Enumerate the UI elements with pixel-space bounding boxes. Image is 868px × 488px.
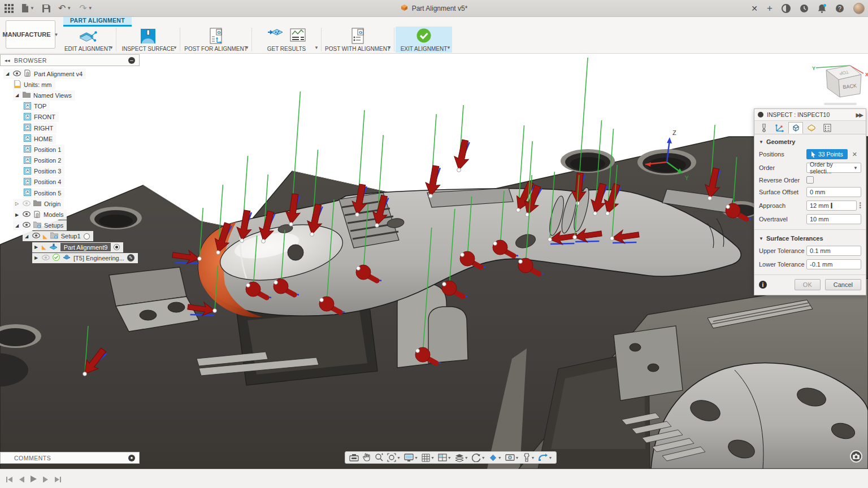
edit-alignment-button[interactable]: EDIT ALIGNMENT▼	[61, 27, 115, 53]
browser-row-top[interactable]: TOP	[0, 101, 140, 112]
browser-header[interactable]: ◂◂ BROWSER –	[0, 54, 140, 66]
probe-tab-icon[interactable]	[757, 122, 771, 134]
panel-minus-icon[interactable]: –	[128, 57, 135, 64]
browser-row-units-mm[interactable]: Units: mm	[0, 79, 140, 90]
play-icon[interactable]	[30, 475, 37, 485]
close-tab-icon[interactable]: ✕	[751, 4, 758, 13]
visibility-eye-icon[interactable]	[23, 211, 31, 218]
undo-icon[interactable]: ↶▼	[58, 3, 71, 14]
options-tab-icon[interactable]	[820, 122, 835, 134]
upper-tolerance-input[interactable]: 0.1 mm	[806, 246, 861, 256]
browser-row-position-4[interactable]: Position 4	[0, 177, 140, 188]
browser-row-position-3[interactable]: Position 3	[0, 166, 140, 177]
grid-icon[interactable]: ▼	[420, 454, 436, 462]
overtravel-input[interactable]: 10 mm	[806, 214, 861, 224]
expander-open-icon[interactable]: ◢	[5, 71, 10, 76]
inspect-surface-button[interactable]: INSPECT SURFACE▼	[118, 27, 179, 53]
step-back-icon[interactable]	[18, 475, 25, 485]
edit-pencil-icon[interactable]: ✎	[127, 254, 134, 262]
zoom-icon[interactable]	[373, 453, 385, 462]
browser-row-position-1[interactable]: Position 1	[0, 144, 140, 155]
go-start-icon[interactable]	[6, 475, 13, 485]
approach-input[interactable]: 12 mm I	[806, 201, 857, 211]
browser-row-part-alignment9[interactable]: ▶◣Part Alignment9	[0, 242, 140, 252]
redo-icon[interactable]: ↷▼	[79, 3, 92, 14]
exit-alignment-button[interactable]: EXIT ALIGNMENT▼	[396, 27, 452, 53]
probe-path-icon[interactable]: ▼	[536, 454, 554, 461]
browser-row-origin[interactable]: ▷Origin	[0, 198, 140, 209]
comments-bar[interactable]: COMMENTS ●	[0, 452, 140, 464]
comments-add-icon[interactable]: ●	[128, 455, 135, 461]
viewcube[interactable]: Y X TOP BACK	[811, 59, 868, 108]
named-views-icon[interactable]: ▼	[487, 454, 504, 462]
fit-icon[interactable]: ▼	[385, 453, 402, 462]
post-for-alignment-button[interactable]: GPOST FOR ALIGNMENT▼	[181, 27, 250, 53]
browser-row-home[interactable]: HOME	[0, 133, 140, 144]
visibility-eye-icon[interactable]	[13, 71, 21, 77]
file-new-icon[interactable]: ▼	[21, 4, 34, 12]
expander-closed-icon[interactable]: ▷	[14, 201, 20, 206]
expander-closed-icon[interactable]: ▶	[33, 245, 39, 250]
machine-icon[interactable]	[348, 454, 361, 462]
bell-icon[interactable]	[818, 4, 826, 13]
visibility-eye-icon[interactable]	[32, 233, 40, 239]
layers-icon[interactable]: ▼	[453, 454, 470, 462]
positions-selection-button[interactable]: 33 Points	[806, 149, 848, 159]
surface-offset-input[interactable]: 0 mm	[806, 187, 861, 197]
avatar[interactable]	[853, 3, 865, 14]
browser-row-named-views[interactable]: ◢Named Views	[0, 90, 140, 101]
order-select[interactable]: Order by selecti... ▼	[806, 163, 861, 173]
expander-open-icon[interactable]: ◢	[14, 93, 20, 98]
browser-row-front[interactable]: FRONT	[0, 112, 140, 123]
pan-icon[interactable]	[361, 453, 373, 462]
browser-row-position-2[interactable]: Position 2	[0, 155, 140, 166]
post-with-alignment-button[interactable]: GPOST WITH ALIGNMENT▼	[323, 27, 393, 53]
viewports-icon[interactable]: ▼	[436, 454, 453, 461]
tolerances-section-header[interactable]: ▼ Surface Tolerances	[754, 231, 866, 244]
browser-row-setups[interactable]: ◢Setups	[0, 220, 140, 231]
avatar[interactable]	[853, 3, 865, 14]
active-radio[interactable]	[84, 233, 90, 239]
step-forward-icon[interactable]	[42, 475, 49, 485]
section-icon[interactable]: ▼	[504, 454, 521, 461]
expander-open-icon[interactable]: ◢	[24, 234, 29, 239]
points-tab-icon[interactable]	[772, 122, 787, 134]
visibility-eye-icon[interactable]	[23, 222, 31, 229]
browser-row-t5-engineering[interactable]: ▶[T5] Engineering...✎	[0, 252, 140, 263]
expander-closed-icon[interactable]: ▶	[14, 212, 20, 217]
expand-dialog-icon[interactable]: ▶▶	[856, 112, 862, 118]
inspect-dialog-header[interactable]: INSPECT : INSPECT10 ▶▶	[754, 109, 866, 121]
visibility-eye-icon[interactable]	[23, 201, 31, 207]
in-canvas-render-badge[interactable]	[850, 450, 862, 463]
expander-closed-icon[interactable]: ▶	[33, 255, 39, 260]
ok-button[interactable]: OK	[795, 279, 821, 290]
surface-tab-icon[interactable]	[804, 122, 819, 134]
flashlight-icon[interactable]: ▼	[521, 453, 537, 462]
browser-row-part-alignment-v4[interactable]: ◢Part Alignment v4	[0, 68, 140, 79]
app-grid-icon[interactable]	[5, 4, 14, 13]
home-circle-icon[interactable]	[782, 4, 791, 13]
info-icon[interactable]: i	[759, 281, 767, 289]
active-radio[interactable]	[114, 244, 120, 250]
orbit-icon[interactable]: ▼	[470, 453, 487, 462]
cancel-button[interactable]: Cancel	[825, 279, 861, 290]
browser-row-position-5[interactable]: Position 5	[0, 188, 140, 198]
new-tab-icon[interactable]: +	[767, 3, 772, 14]
reverse-order-checkbox[interactable]	[806, 176, 814, 184]
more-options-icon[interactable]: •••	[859, 202, 861, 209]
browser-row-models[interactable]: ▶Models	[0, 209, 140, 220]
geometry-tab-icon[interactable]	[788, 122, 803, 134]
collapse-panel-icon[interactable]: ◂◂	[1, 58, 14, 63]
help-icon[interactable]: ?	[835, 4, 844, 13]
display-settings-icon[interactable]: ▼	[402, 454, 420, 462]
tab-part-alignment[interactable]: PART ALIGNMENT	[63, 16, 132, 27]
go-end-icon[interactable]	[54, 475, 62, 485]
get-results-button[interactable]: GET RESULTS▼	[253, 27, 320, 53]
save-icon[interactable]	[42, 5, 50, 12]
expander-open-icon[interactable]: ◢	[14, 223, 20, 228]
browser-row-right[interactable]: RIGHT	[0, 123, 140, 133]
clock-icon[interactable]	[800, 4, 809, 13]
workspace-selector[interactable]: MANUFACTURE▼	[6, 20, 55, 49]
clear-selection-icon[interactable]: ✕	[852, 151, 857, 158]
visibility-eye-icon[interactable]	[42, 255, 50, 262]
